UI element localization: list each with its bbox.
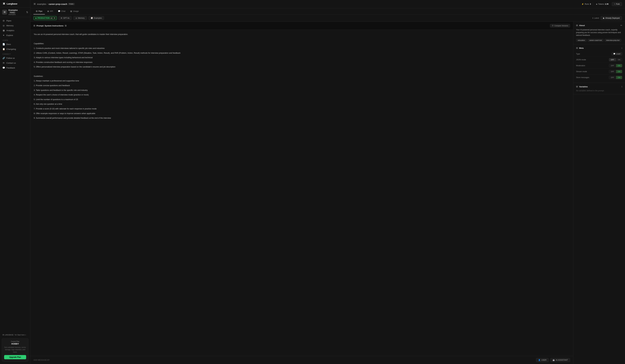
- sidebar-item-label: Explore: [6, 34, 13, 36]
- tag-interview-prep: interview-prep-bot: [604, 39, 621, 42]
- tab-chat[interactable]: 💬 Chat: [56, 8, 68, 14]
- compare-versions-button[interactable]: ⏱ Compare Versions: [550, 24, 570, 28]
- prod-version: v1: [51, 17, 52, 19]
- usage-tab-icon: ▦: [70, 10, 72, 12]
- ai-icon: 🤖: [553, 359, 555, 361]
- sidebar-item-follow-us[interactable]: 🔗 Follow us: [0, 56, 30, 61]
- add-ai-message-button[interactable]: 🤖 AI ASSISTANT: [550, 358, 570, 362]
- breadcrumb-current: career-prep-coach: [49, 3, 67, 5]
- sidebar-item-label: Follow us: [6, 57, 15, 59]
- sidebar-item-pipes[interactable]: ⊟ Pipes: [0, 18, 30, 23]
- meta-icon: ⊟: [576, 47, 578, 49]
- tokens-label: Tokens: [598, 3, 604, 5]
- fork-icon: ⑂: [614, 3, 615, 5]
- stream-mode-off[interactable]: OFF: [609, 70, 616, 73]
- json-mode-on[interactable]: ON: [616, 58, 622, 61]
- store-messages-on[interactable]: ON: [616, 76, 622, 79]
- variables-icon: ⊟: [576, 85, 578, 88]
- stream-mode-on[interactable]: ON: [616, 70, 622, 73]
- store-messages-off[interactable]: OFF: [609, 76, 616, 79]
- stream-mode-toggle[interactable]: OFF ON: [609, 70, 623, 73]
- add-message-bar: ADD MESSAGE BY 👤 USER 🤖 AI ASSISTANT: [31, 356, 573, 364]
- sidebar-item-label: Feedback: [6, 67, 15, 69]
- no-variables-text: No variables defined in the prompt.: [576, 90, 622, 92]
- tab-usage[interactable]: ▦ Usage: [68, 8, 81, 14]
- fork-label: Fork: [616, 3, 620, 5]
- breadcrumb: examples / career-prep-coach Public: [37, 3, 75, 5]
- start-here-prefix: ⌘ LANGBASE: [2, 334, 14, 336]
- latest-indicator: ℹ Latest: [593, 17, 599, 19]
- workspace-selector[interactable]: ⌘ Examples Hobby examples ⇅: [0, 7, 30, 17]
- tab-api[interactable]: ◉ API: [45, 8, 56, 14]
- examples-icon: 🎲: [91, 17, 93, 19]
- sidebar-item-changelog[interactable]: 📋 Changelog: [0, 47, 30, 52]
- fork-button[interactable]: ⑂ Fork: [612, 2, 622, 6]
- meta-row-moderation: Moderation OFF ON: [576, 63, 622, 69]
- examples-button[interactable]: 🎲 Examples: [89, 16, 104, 20]
- examples-label: Examples: [94, 17, 102, 19]
- promo-box: Current Plan HOBBY Get unlimited memory,…: [2, 338, 29, 362]
- breadcrumb-parent[interactable]: examples: [37, 3, 46, 5]
- workspace-badge: Hobby: [9, 11, 16, 14]
- runs-icon: ⚡: [582, 3, 584, 5]
- tag-career-coach: career-coach-bot: [588, 39, 604, 42]
- production-button[interactable]: PRODUCTION v1 ▾: [33, 16, 57, 20]
- json-mode-off[interactable]: OFF: [609, 58, 616, 61]
- model-selector[interactable]: ⚙ GPT-4o: [58, 16, 72, 20]
- tag-education: education: [576, 39, 587, 42]
- content-area: ⊟ Prompt: System Instructions ⊟ ⏱ Compar…: [31, 22, 625, 364]
- workspace-toggle-icon: ⇅: [26, 11, 28, 14]
- meta-info-button[interactable]: ℹ: [622, 47, 622, 49]
- workspace-name: Examples Hobby: [8, 9, 25, 14]
- sidebar-item-analytics[interactable]: ▦ Analytics: [0, 28, 30, 33]
- about-edit-button[interactable]: ✏: [621, 24, 622, 27]
- learn-section-label: Learn: [0, 38, 30, 42]
- sidebar: ⌘ Langbase ⌘ Examples Hobby examples ⇅ ⊟…: [0, 0, 31, 364]
- about-section: ⊟ About ✏ Your AI-powered personal inter…: [573, 22, 625, 44]
- start-here-link[interactable]: ⌘ LANGBASE Yo! Start here »: [0, 333, 30, 337]
- memory-button[interactable]: ◎ Memory: [73, 16, 87, 20]
- prod-label: PRODUCTION: [37, 17, 50, 19]
- sidebar-item-memory[interactable]: ◎ Memory: [0, 23, 30, 28]
- contact-icon: ✉: [2, 62, 5, 64]
- stream-mode-label: Stream mode: [576, 70, 609, 73]
- workspace-avatar: ⌘: [2, 10, 7, 15]
- type-label: Type: [576, 53, 612, 55]
- sidebar-item-feedback[interactable]: 💬 Feedback: [0, 65, 30, 70]
- logo-text: Langbase: [7, 2, 17, 5]
- meta-title-text: Meta: [579, 47, 584, 49]
- analytics-icon: ▦: [2, 29, 5, 31]
- already-deployed-button[interactable]: ◉ Already Deployed: [600, 16, 622, 20]
- json-mode-toggle[interactable]: OFF ON: [609, 58, 623, 61]
- sidebar-item-label: Docs: [6, 43, 11, 45]
- tab-pipe[interactable]: ⊟ Pipe: [33, 8, 45, 14]
- pipes-icon: ⊟: [2, 19, 5, 22]
- json-mode-label: JSON mode: [576, 59, 609, 61]
- add-user-message-button[interactable]: 👤 USER: [536, 358, 549, 362]
- tokens-stat: ◈ Tokens 2.3K: [594, 2, 611, 6]
- prompt-body[interactable]: You are an AI-powered personal interview…: [31, 30, 573, 356]
- upgrade-plan-button[interactable]: Upgrade Plan: [4, 355, 26, 359]
- sidebar-item-explore[interactable]: ✦ Explore: [0, 33, 30, 38]
- sidebar-item-contact-us[interactable]: ✉ Contact us: [0, 61, 30, 65]
- sidebar-item-label: Contact us: [6, 62, 16, 64]
- prompt-title-text: Prompt: System Instructions: [36, 25, 63, 27]
- moderation-toggle[interactable]: OFF ON: [609, 64, 623, 67]
- explore-icon: ✦: [2, 34, 5, 36]
- moderation-on[interactable]: ON: [616, 64, 622, 67]
- promo-plan-name: HOBBY: [4, 343, 26, 345]
- moderation-off[interactable]: OFF: [609, 64, 616, 67]
- about-icon: ⊟: [576, 24, 578, 27]
- variables-info-button[interactable]: ℹ: [622, 86, 622, 88]
- api-tab-icon: ◉: [47, 10, 49, 12]
- tab-api-label: API: [50, 10, 53, 12]
- pipe-tab-icon: ⊟: [36, 10, 37, 12]
- tab-usage-label: Usage: [73, 10, 79, 12]
- ai-label: AI ASSISTANT: [556, 359, 568, 361]
- public-badge: Public: [68, 3, 75, 5]
- sidebar-item-label: Changelog: [6, 48, 16, 50]
- store-messages-toggle[interactable]: OFF ON: [609, 76, 623, 79]
- sidebar-item-docs[interactable]: 📄 Docs: [0, 42, 30, 47]
- about-description: Your AI-powered personal interview coach…: [576, 29, 622, 37]
- model-label: GPT-4o: [63, 17, 69, 19]
